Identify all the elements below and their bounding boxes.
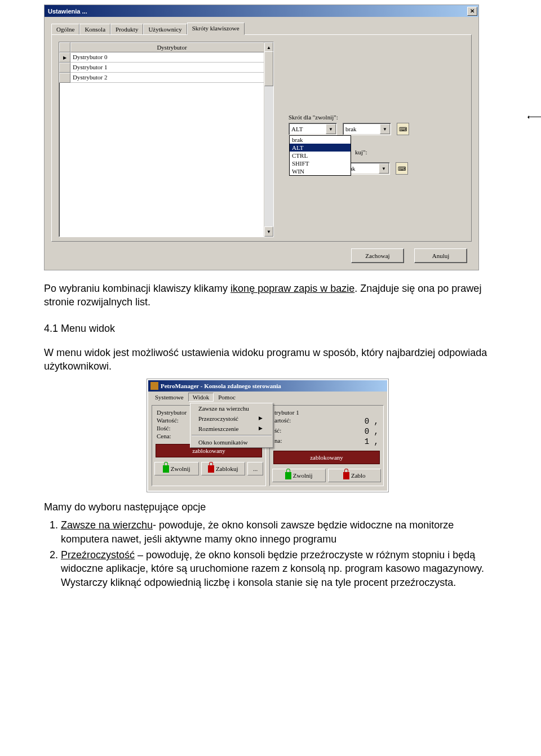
more-button[interactable]: ...: [247, 462, 263, 475]
zablokuj-button[interactable]: Zablo: [328, 469, 382, 482]
modifier-value: ALT: [289, 126, 326, 132]
grid-header: Dystrybutor: [70, 42, 273, 52]
widok-dropdown-menu: Zawsze na wierzchu Przezroczystość▶ Rozm…: [190, 403, 273, 448]
tab-skroty-klawiszowe[interactable]: Skróty klawiszowe: [187, 23, 245, 35]
table-row[interactable]: Dystrybutor 0: [59, 52, 273, 63]
settings-window: Ustawienia ... ✕ Ogólne Konsola Produkty…: [44, 5, 479, 270]
grid-cell: Dystrybutor 1: [70, 63, 273, 73]
window-titlebar: PetroManager - Konsola zdalnego sterowan…: [148, 380, 387, 392]
panel-title: trybutor 1: [274, 409, 299, 416]
shortcut-zablokuj-label-partial: kuj":: [355, 149, 367, 155]
distributor-panel: trybutor 1 artość:0 , ść:0 , na:1 , zabl…: [269, 405, 384, 486]
menu-separator: [192, 435, 272, 436]
petromanager-window-frame: PetroManager - Konsola zdalnego sterowan…: [147, 379, 389, 492]
status-badge: zablokowany: [273, 451, 380, 464]
zwolnij-button[interactable]: Zwolnij: [272, 469, 326, 482]
cancel-button[interactable]: Anuluj: [414, 248, 467, 263]
modifier-option[interactable]: SHIFT: [290, 159, 351, 167]
panel-title: Dystrybutor: [157, 409, 187, 416]
save-shortcut-icon[interactable]: ⌨: [396, 162, 408, 175]
grid-cell: Dystrybutor 0: [70, 52, 273, 63]
window-titlebar: Ustawienia ... ✕: [45, 5, 478, 17]
scroll-down-icon[interactable]: ▼: [264, 226, 273, 237]
app-icon: [150, 382, 158, 390]
modifier-select[interactable]: ALT ▼ brak ALT CTRL SHIFT WIN: [289, 123, 337, 135]
shortcut-zwolnij-label: Skrót dla "zwolnij":: [289, 114, 458, 121]
tab-pane: Dystrybutor Dystrybutor 0 Dystrybutor 1 …: [51, 34, 472, 242]
save-shortcut-icon[interactable]: ⌨: [397, 123, 409, 135]
paragraph: Po wybraniu kombinacji klawiszy klikamy …: [44, 282, 497, 309]
window-title: PetroManager - Konsola zdalnego sterowan…: [161, 383, 281, 389]
window-title: Ustawienia ...: [48, 8, 87, 15]
modifier-option[interactable]: ALT: [290, 144, 351, 152]
callout-arrow-icon: [529, 117, 541, 118]
lock-icon: [208, 465, 214, 473]
menubar: Systemowe Widok Pomoc: [148, 392, 387, 403]
distributor-grid[interactable]: Dystrybutor Dystrybutor 0 Dystrybutor 1 …: [59, 42, 274, 237]
row-indicator-icon: [59, 63, 70, 73]
scrollbar[interactable]: ▲ ▼: [264, 42, 273, 237]
modifier-option[interactable]: WIN: [290, 167, 351, 175]
grid-corner: [59, 42, 70, 52]
grid-cell: Dystrybutor 2: [70, 73, 273, 83]
menu-widok[interactable]: Widok: [188, 393, 214, 402]
zwolnij-button[interactable]: Zwolnij: [154, 462, 199, 475]
unlock-icon: [285, 472, 291, 479]
submenu-arrow-icon: ▶: [259, 415, 263, 422]
row-indicator-icon: [59, 52, 70, 63]
menu-item-zawsze-na-wierzchu[interactable]: Zawsze na wierzchu: [190, 403, 273, 413]
save-button[interactable]: Zachowaj: [351, 248, 404, 263]
menu-systemowe[interactable]: Systemowe: [150, 393, 188, 402]
petromanager-window: PetroManager - Konsola zdalnego sterowan…: [148, 380, 387, 491]
key-select-zwolnij[interactable]: brak ▼: [343, 123, 391, 135]
chevron-down-icon[interactable]: ▼: [379, 163, 389, 174]
table-row[interactable]: Dystrybutor 1: [59, 63, 273, 73]
paragraph: W menu widok jest możliwość ustawienia w…: [44, 346, 497, 373]
key-value: brak: [343, 126, 380, 132]
close-icon[interactable]: ✕: [467, 7, 477, 16]
list-item: Przeźroczystość – powoduję, że okno kons…: [61, 548, 497, 589]
unlock-icon: [163, 465, 169, 473]
section-heading: 4.1 Menu widok: [44, 323, 497, 335]
paragraph: Mamy do wyboru następujące opcje: [44, 500, 497, 514]
zablokuj-button[interactable]: Zablokuj: [201, 462, 246, 475]
tab-strip: Ogólne Konsola Produkty Użytkownicy Skró…: [51, 23, 245, 35]
submenu-arrow-icon: ▶: [259, 425, 263, 432]
row-indicator-icon: [59, 73, 70, 83]
table-row[interactable]: Dystrybutor 2: [59, 73, 273, 83]
chevron-down-icon[interactable]: ▼: [380, 124, 390, 134]
menu-item-okno-komunikatow[interactable]: Okno komunikatów: [190, 437, 273, 447]
chevron-down-icon[interactable]: ▼: [326, 124, 336, 134]
modifier-option[interactable]: CTRL: [290, 152, 351, 159]
modifier-option[interactable]: brak: [290, 136, 351, 144]
lock-icon: [343, 472, 349, 479]
scroll-thumb[interactable]: [264, 51, 273, 86]
modifier-dropdown-list: brak ALT CTRL SHIFT WIN: [289, 135, 351, 176]
menu-item-przezroczystosc[interactable]: Przezroczystość▶: [190, 413, 273, 424]
list-item: Zawsze na wierzchu- powoduje, że okno ko…: [61, 518, 497, 546]
menu-item-rozmieszczenie[interactable]: Rozmieszczenie▶: [190, 424, 273, 434]
inline-underline: ikonę popraw zapis w bazie: [230, 283, 354, 294]
shortcut-panel: Skrót dla "zwolnij": ALT ▼ brak ALT CTRL…: [289, 114, 458, 177]
options-list: Zawsze na wierzchu- powoduje, że okno ko…: [61, 518, 497, 589]
menu-pomoc[interactable]: Pomoc: [214, 393, 240, 402]
